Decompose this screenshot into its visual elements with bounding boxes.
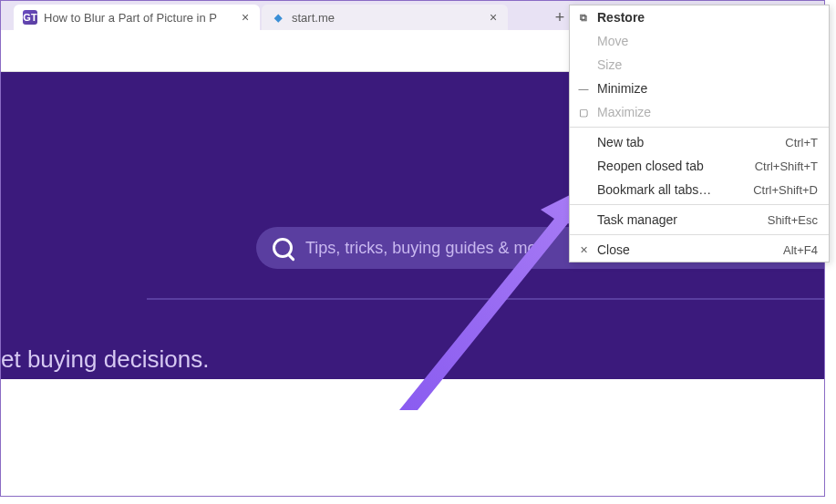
menu-item-move: Move xyxy=(570,29,829,53)
menu-item-reopen-tab[interactable]: Reopen closed tab Ctrl+Shift+T xyxy=(570,154,829,178)
tab-active[interactable]: GT How to Blur a Part of Picture in P × xyxy=(14,5,260,30)
tab-title: start.me xyxy=(292,11,480,25)
menu-label: Minimize xyxy=(597,81,647,96)
menu-label: Reopen closed tab xyxy=(597,159,704,173)
menu-item-close[interactable]: ✕ Close Alt+F4 xyxy=(570,238,829,262)
favicon-guiding-tech: GT xyxy=(23,10,37,25)
menu-item-maximize: ▢ Maximize xyxy=(570,100,829,124)
menu-separator xyxy=(570,234,829,235)
menu-item-minimize[interactable]: — Minimize xyxy=(570,77,829,100)
menu-label: Restore xyxy=(597,10,645,25)
menu-shortcut: Ctrl+T xyxy=(785,136,818,149)
menu-label: New tab xyxy=(597,135,644,149)
menu-separator xyxy=(570,127,829,128)
menu-label: Close xyxy=(597,242,630,257)
menu-shortcut: Shift+Esc xyxy=(768,213,818,227)
menu-item-restore[interactable]: ⧉ Restore xyxy=(570,5,829,29)
menu-label: Bookmark all tabs… xyxy=(597,182,711,197)
search-placeholder: Tips, tricks, buying guides & mor xyxy=(305,239,542,258)
restore-icon: ⧉ xyxy=(577,11,590,24)
menu-label: Maximize xyxy=(597,105,651,119)
close-icon[interactable]: × xyxy=(238,10,253,25)
menu-label: Move xyxy=(597,34,628,48)
close-icon[interactable]: × xyxy=(486,10,501,25)
menu-label: Task manager xyxy=(597,212,677,227)
divider xyxy=(147,298,824,300)
favicon-startme: ◆ xyxy=(271,10,285,25)
menu-item-size: Size xyxy=(570,53,829,77)
menu-shortcut: Alt+F4 xyxy=(783,243,818,257)
menu-shortcut: Ctrl+Shift+D xyxy=(753,183,818,197)
menu-item-task-manager[interactable]: Task manager Shift+Esc xyxy=(570,208,829,231)
tab-title: How to Blur a Part of Picture in P xyxy=(44,11,232,25)
menu-shortcut: Ctrl+Shift+T xyxy=(755,159,818,173)
window-context-menu: ⧉ Restore Move Size — Minimize ▢ Maximiz… xyxy=(569,5,830,262)
menu-item-bookmark-all[interactable]: Bookmark all tabs… Ctrl+Shift+D xyxy=(570,178,829,201)
minimize-icon: — xyxy=(577,82,590,95)
tagline-text: et buying decisions. xyxy=(1,345,209,374)
menu-item-new-tab[interactable]: New tab Ctrl+T xyxy=(570,130,829,154)
content-band xyxy=(1,379,824,496)
tab-background[interactable]: ◆ start.me × xyxy=(262,5,508,30)
maximize-icon: ▢ xyxy=(577,106,590,118)
search-icon xyxy=(273,238,293,258)
close-icon: ✕ xyxy=(577,243,590,256)
new-tab-button[interactable]: + xyxy=(551,8,569,26)
menu-label: Size xyxy=(597,57,622,72)
menu-separator xyxy=(570,204,829,205)
